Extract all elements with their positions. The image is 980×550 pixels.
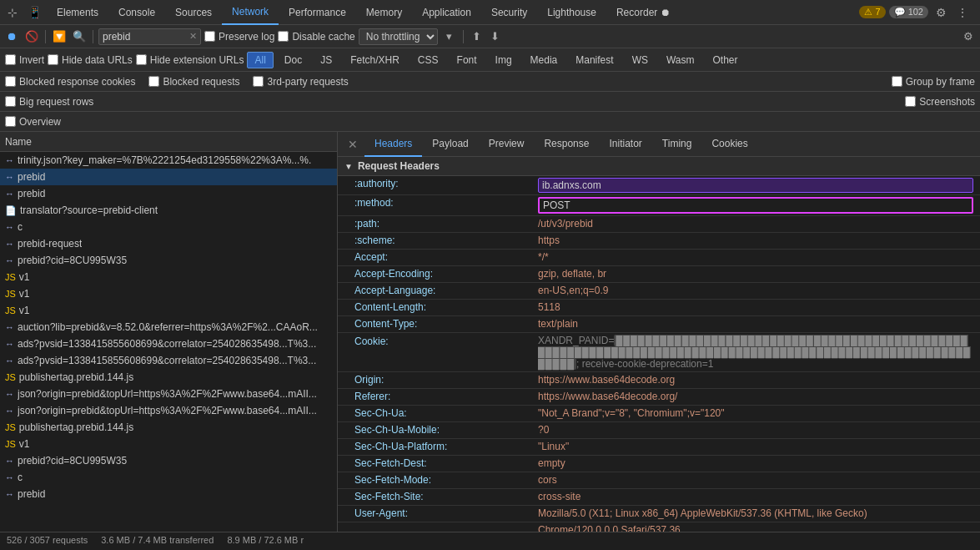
nav-lighthouse[interactable]: Lighthouse: [537, 0, 606, 25]
nav-network[interactable]: Network: [222, 0, 279, 25]
blocked-response-cookies-checkbox[interactable]: [5, 76, 16, 87]
filter-media-btn[interactable]: Media: [523, 52, 565, 68]
list-item-selected[interactable]: ↔ prebid: [0, 169, 337, 185]
list-item[interactable]: 📄 translator?source=prebid-client: [0, 202, 337, 219]
filter-wasm-btn[interactable]: Wasm: [659, 52, 702, 68]
list-item[interactable]: ↔ ads?pvsid=1338415855608699&correlator=…: [0, 352, 337, 369]
nav-performance[interactable]: Performance: [279, 0, 356, 25]
section-arrow-icon: ▼: [344, 162, 353, 171]
search-clear-btn[interactable]: ✕: [189, 31, 197, 42]
request-headers-section[interactable]: ▼ Request Headers: [338, 157, 980, 176]
disable-cache-checkbox[interactable]: [278, 31, 289, 42]
list-item[interactable]: ↔ prebid-request: [0, 235, 337, 252]
settings-icon[interactable]: ⚙: [932, 3, 950, 22]
filter-ws-btn[interactable]: WS: [625, 52, 656, 68]
screenshots-label[interactable]: Screenshots: [905, 96, 975, 108]
filter-manifest-btn[interactable]: Manifest: [568, 52, 621, 68]
header-name: :authority:: [354, 178, 538, 189]
filter-font-btn[interactable]: Font: [450, 52, 485, 68]
disable-cache-label[interactable]: Disable cache: [278, 31, 354, 43]
nav-sources[interactable]: Sources: [165, 0, 222, 25]
list-item[interactable]: ↔ prebid?cid=8CU995W35: [0, 452, 337, 469]
list-item[interactable]: JS publishertag.prebid.144.js: [0, 419, 337, 436]
tab-response[interactable]: Response: [534, 132, 599, 157]
clear-btn[interactable]: 🚫: [23, 28, 40, 45]
list-item[interactable]: JS v1: [0, 436, 337, 452]
search-input[interactable]: [103, 31, 186, 43]
nav-console[interactable]: Console: [108, 0, 165, 25]
list-item[interactable]: ↔ prebid: [0, 185, 337, 202]
import-icon[interactable]: ⬆: [469, 28, 485, 45]
nav-elements[interactable]: Elements: [47, 0, 108, 25]
blocked-requests-label[interactable]: Blocked requests: [148, 76, 239, 88]
list-item[interactable]: ↔ ads?pvsid=1338415855608699&correlator=…: [0, 336, 337, 352]
more-icon[interactable]: ⋮: [953, 3, 972, 22]
item-name: publishertag.prebid.144.js: [19, 371, 133, 383]
filter-all-btn[interactable]: All: [247, 52, 273, 68]
preserve-log-checkbox[interactable]: [204, 31, 215, 42]
list-item[interactable]: ↔ prebid?cid=8CU995W35: [0, 252, 337, 269]
list-item[interactable]: ↔ c: [0, 469, 337, 486]
tab-preview[interactable]: Preview: [479, 132, 535, 157]
throttle-select[interactable]: No throttling Fast 3G Slow 3G: [359, 28, 438, 45]
list-item[interactable]: ↔ json?origin=prebid&topUrl=https%3A%2F%…: [0, 386, 337, 402]
nav-memory[interactable]: Memory: [356, 0, 412, 25]
network-list[interactable]: ↔ trinity.json?key_maker=%7B%2221254ed31…: [0, 152, 337, 532]
list-item[interactable]: ↔ c: [0, 219, 337, 235]
list-item[interactable]: ↔ json?origin=prebid&topUrl=https%3A%2F%…: [0, 402, 337, 419]
xhr-icon: ↔: [5, 406, 14, 416]
list-item[interactable]: ↔ trinity.json?key_maker=%7B%2221254ed31…: [0, 152, 337, 169]
filter-doc-btn[interactable]: Doc: [277, 52, 309, 68]
record-btn[interactable]: ⏺: [3, 28, 20, 45]
nav-security[interactable]: Security: [481, 0, 537, 25]
filter-fetch-xhr-btn[interactable]: Fetch/XHR: [343, 52, 407, 68]
header-name: Referer:: [354, 391, 538, 402]
filter-other-btn[interactable]: Other: [706, 52, 746, 68]
third-party-requests-label[interactable]: 3rd-party requests: [253, 76, 348, 88]
big-request-rows-checkbox[interactable]: [5, 96, 16, 107]
big-request-rows-label[interactable]: Big request rows: [5, 96, 93, 108]
list-item[interactable]: JS v1: [0, 285, 337, 302]
tab-headers[interactable]: Headers: [364, 132, 422, 157]
third-party-requests-checkbox[interactable]: [253, 76, 264, 87]
list-item[interactable]: ↔ auction?lib=prebid&v=8.52.0&referrer=h…: [0, 319, 337, 336]
nav-application[interactable]: Application: [412, 0, 481, 25]
filter-icon[interactable]: 🔽: [51, 28, 68, 45]
mobile-icon[interactable]: 📱: [25, 3, 43, 22]
list-item[interactable]: JS v1: [0, 302, 337, 319]
close-panel-btn[interactable]: ✕: [341, 138, 364, 151]
settings-panel-icon[interactable]: ⚙: [960, 28, 977, 45]
filter-css-btn[interactable]: CSS: [410, 52, 446, 68]
list-item[interactable]: ↔ prebid: [0, 486, 337, 502]
hide-data-urls-checkbox[interactable]: [48, 54, 58, 65]
search-icon[interactable]: 🔍: [71, 28, 88, 45]
invert-checkbox[interactable]: [5, 54, 16, 65]
blocked-response-cookies-label[interactable]: Blocked response cookies: [5, 76, 135, 88]
group-by-frame-label[interactable]: Group by frame: [892, 76, 975, 88]
cursor-icon[interactable]: ⊹: [3, 3, 22, 22]
xhr-icon: ↔: [5, 456, 14, 466]
header-value: "Not_A Brand";v="8", "Chromium";v="120": [538, 407, 973, 419]
group-by-frame-checkbox[interactable]: [892, 76, 902, 87]
tab-timing[interactable]: Timing: [652, 132, 702, 157]
nav-recorder[interactable]: Recorder ⏺: [606, 0, 681, 25]
screenshots-checkbox[interactable]: [905, 96, 916, 107]
blocked-requests-checkbox[interactable]: [148, 76, 159, 87]
list-item[interactable]: JS v1: [0, 269, 337, 285]
search-box[interactable]: ✕: [98, 28, 201, 45]
list-item[interactable]: JS publishertag.prebid.144.js: [0, 369, 337, 386]
overview-checkbox[interactable]: [5, 116, 16, 127]
throttle-chevron-icon[interactable]: ▾: [441, 28, 458, 45]
export-icon[interactable]: ⬇: [487, 28, 504, 45]
preserve-log-label[interactable]: Preserve log: [204, 31, 274, 43]
invert-label[interactable]: Invert: [5, 54, 44, 66]
filter-js-btn[interactable]: JS: [313, 52, 339, 68]
hide-extension-urls-checkbox[interactable]: [136, 54, 147, 65]
hide-extension-urls-label[interactable]: Hide extension URLs: [136, 54, 244, 66]
tab-cookies[interactable]: Cookies: [701, 132, 757, 157]
hide-data-urls-label[interactable]: Hide data URLs: [48, 54, 133, 66]
tab-initiator[interactable]: Initiator: [599, 132, 651, 157]
overview-label[interactable]: Overview: [5, 116, 61, 128]
filter-img-btn[interactable]: Img: [488, 52, 520, 68]
tab-payload[interactable]: Payload: [422, 132, 478, 157]
